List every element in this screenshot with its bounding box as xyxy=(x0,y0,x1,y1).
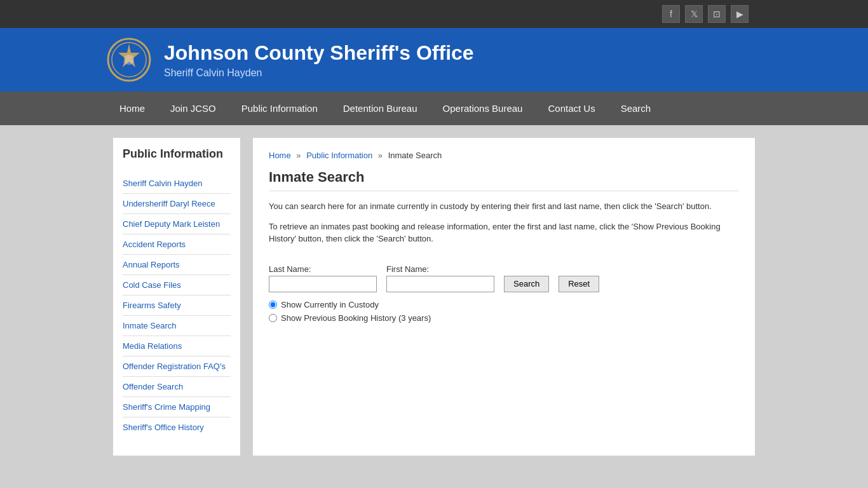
sidebar-title: Public Information xyxy=(123,147,231,166)
sidebar-cold-case-files[interactable]: Cold Case Files xyxy=(123,275,231,295)
nav-contact-us[interactable]: Contact Us xyxy=(535,92,607,125)
sidebar-undersheriff[interactable]: Undersheriff Daryl Reece xyxy=(123,194,231,214)
description-1: You can search here for an inmate curren… xyxy=(269,200,739,213)
nav-public-information[interactable]: Public Information xyxy=(229,92,330,125)
twitter-icon[interactable]: 𝕏 xyxy=(685,5,703,23)
main-content: Home » Public Information » Inmate Searc… xyxy=(253,138,755,456)
sidebar-crime-mapping[interactable]: Sheriff's Crime Mapping xyxy=(123,397,231,417)
first-name-label: First Name: xyxy=(386,264,494,274)
sidebar-offender-faq[interactable]: Offender Registration FAQ's xyxy=(123,356,231,377)
last-name-label: Last Name: xyxy=(269,264,377,274)
nav-home[interactable]: Home xyxy=(107,92,158,125)
breadcrumb-home[interactable]: Home xyxy=(269,151,291,160)
main-nav: Home Join JCSO Public Information Detent… xyxy=(0,92,868,125)
sidebar-annual-reports[interactable]: Annual Reports xyxy=(123,255,231,275)
breadcrumb-sep-1: » xyxy=(296,151,303,160)
youtube-icon[interactable]: ▶ xyxy=(731,5,749,23)
sidebar-accident-reports[interactable]: Accident Reports xyxy=(123,234,231,255)
last-name-input[interactable] xyxy=(269,276,377,292)
breadcrumb-current: Inmate Search xyxy=(388,151,442,160)
facebook-icon[interactable]: f xyxy=(662,5,680,23)
nav-operations-bureau[interactable]: Operations Bureau xyxy=(430,92,536,125)
sidebar-offender-search[interactable]: Offender Search xyxy=(123,377,231,397)
sidebar-inmate-search[interactable]: Inmate Search xyxy=(123,316,231,336)
sidebar: Public Information Sheriff Calvin Hayden… xyxy=(113,138,240,456)
last-name-group: Last Name: xyxy=(269,264,377,292)
radio-custody-label[interactable]: Show Currently in Custody xyxy=(269,300,739,309)
radio-history-text: Show Previous Booking History (3 years) xyxy=(281,313,431,323)
search-button[interactable]: Search xyxy=(504,276,549,292)
nav-join-jcso[interactable]: Join JCSO xyxy=(158,92,229,125)
main-wrapper: Public Information Sheriff Calvin Hayden… xyxy=(107,138,761,456)
header-text: Johnson County Sheriff's Office Sheriff … xyxy=(164,41,474,79)
page-title: Inmate Search xyxy=(269,169,739,191)
top-bar: f 𝕏 ⊡ ▶ xyxy=(0,0,868,28)
radio-group: Show Currently in Custody Show Previous … xyxy=(269,300,739,323)
sidebar-sheriff[interactable]: Sheriff Calvin Hayden xyxy=(123,173,231,194)
radio-history-label[interactable]: Show Previous Booking History (3 years) xyxy=(269,313,739,323)
nav-search[interactable]: Search xyxy=(608,92,664,125)
reset-button[interactable]: Reset xyxy=(559,276,599,292)
instagram-icon[interactable]: ⊡ xyxy=(708,5,726,23)
breadcrumb-sep-2: » xyxy=(378,151,385,160)
sidebar-firearms-safety[interactable]: Firearms Safety xyxy=(123,295,231,316)
form-fields-row: Last Name: First Name: Search Reset xyxy=(269,264,739,292)
nav-detention-bureau[interactable]: Detention Bureau xyxy=(330,92,430,125)
description-2: To retrieve an inmates past booking and … xyxy=(269,220,739,245)
inmate-search-form: Last Name: First Name: Search Reset Show… xyxy=(269,264,739,323)
first-name-input[interactable] xyxy=(386,276,494,292)
svg-point-3 xyxy=(124,55,134,65)
breadcrumb-public-info[interactable]: Public Information xyxy=(306,151,372,160)
first-name-group: First Name: xyxy=(386,264,494,292)
radio-history[interactable] xyxy=(269,314,277,322)
site-header: Johnson County Sheriff's Office Sheriff … xyxy=(0,28,868,92)
radio-custody-text: Show Currently in Custody xyxy=(281,300,379,309)
sidebar-chief-deputy[interactable]: Chief Deputy Mark Leisten xyxy=(123,214,231,234)
badge-logo xyxy=(107,37,151,82)
sidebar-office-history[interactable]: Sheriff's Office History xyxy=(123,417,231,437)
site-subtitle: Sheriff Calvin Hayden xyxy=(164,67,474,79)
site-title: Johnson County Sheriff's Office xyxy=(164,41,474,65)
breadcrumb: Home » Public Information » Inmate Searc… xyxy=(269,151,739,160)
radio-custody[interactable] xyxy=(269,301,277,309)
sidebar-media-relations[interactable]: Media Relations xyxy=(123,336,231,356)
